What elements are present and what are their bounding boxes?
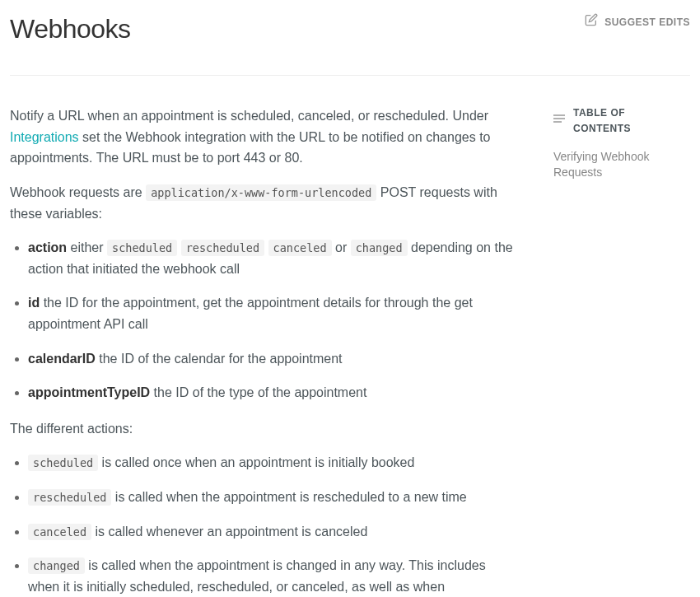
action-text: is called when the appointment is change…	[28, 558, 486, 597]
variables-list: action either scheduled rescheduled canc…	[10, 237, 520, 403]
toc-title: TABLE OF CONTENTS	[573, 105, 685, 137]
intro-paragraph-1: Notify a URL when an appointment is sche…	[10, 105, 520, 169]
suggest-edits-button[interactable]: SUGGEST EDITS	[585, 8, 690, 31]
list-item: id the ID for the appointment, get the a…	[28, 292, 520, 334]
list-item: canceled is called whenever an appointme…	[28, 521, 520, 543]
code-value: changed	[28, 557, 85, 574]
page-title: Webhooks	[10, 8, 131, 50]
var-name: action	[28, 240, 67, 254]
var-text: the ID of the calendar for the appointme…	[96, 352, 343, 366]
code-value: canceled	[268, 240, 332, 256]
var-name: id	[28, 296, 40, 310]
content-type-code: application/x-www-form-urlencoded	[146, 184, 376, 201]
list-item: changed is called when the appointment i…	[28, 555, 520, 597]
var-text: or	[332, 240, 351, 254]
actions-list: scheduled is called once when an appoint…	[10, 452, 520, 597]
intro-text: Webhook requests are	[10, 185, 146, 199]
actions-intro: The different actions:	[10, 418, 520, 440]
intro-paragraph-2: Webhook requests are application/x-www-f…	[10, 182, 520, 224]
toc-icon	[553, 114, 565, 129]
intro-text: set the Webhook integration with the URL…	[10, 130, 490, 166]
main-content: Notify a URL when an appointment is sche…	[10, 105, 520, 597]
var-text: either	[67, 240, 107, 254]
integrations-link[interactable]: Integrations	[10, 130, 79, 144]
code-value: canceled	[28, 524, 91, 540]
list-item: action either scheduled rescheduled canc…	[28, 237, 520, 279]
code-value: changed	[351, 240, 408, 256]
code-value: scheduled	[28, 455, 98, 471]
code-value: rescheduled	[181, 240, 264, 256]
var-name: appointmentTypeID	[28, 385, 150, 399]
list-item: rescheduled is called when the appointme…	[28, 487, 520, 508]
action-text: is called when the appointment is resche…	[111, 490, 466, 504]
list-item: calendarID the ID of the calendar for th…	[28, 348, 520, 370]
suggest-edits-label: SUGGEST EDITS	[604, 15, 690, 30]
var-text: the ID for the appointment, get the appo…	[28, 296, 473, 331]
list-item: scheduled is called once when an appoint…	[28, 452, 520, 473]
code-value: scheduled	[107, 240, 177, 256]
intro-text: Notify a URL when an appointment is sche…	[10, 109, 488, 123]
toc-link-verifying[interactable]: Verifying Webhook Requests	[553, 149, 685, 181]
action-text: is called whenever an appointment is can…	[91, 525, 367, 539]
code-value: rescheduled	[28, 489, 111, 506]
action-text: is called once when an appointment is in…	[98, 455, 414, 469]
var-text: the ID of the type of the appointment	[150, 385, 366, 399]
list-item: appointmentTypeID the ID of the type of …	[28, 382, 520, 403]
var-name: calendarID	[28, 352, 96, 366]
edit-icon	[585, 13, 598, 31]
table-of-contents: TABLE OF CONTENTS Verifying Webhook Requ…	[553, 105, 685, 597]
